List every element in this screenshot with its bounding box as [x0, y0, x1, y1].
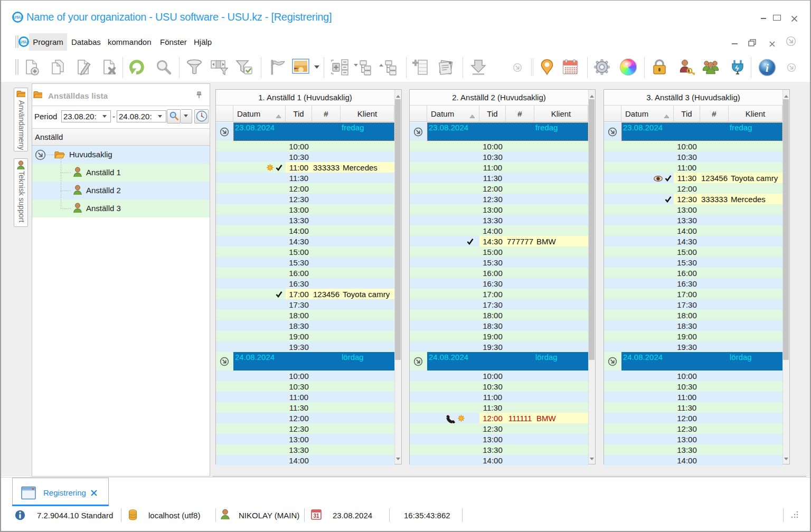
svg-text:USU: USU: [20, 40, 29, 44]
svg-text:31: 31: [313, 513, 319, 519]
svg-text:USU: USU: [13, 15, 22, 20]
svg-text:i: i: [766, 62, 769, 74]
